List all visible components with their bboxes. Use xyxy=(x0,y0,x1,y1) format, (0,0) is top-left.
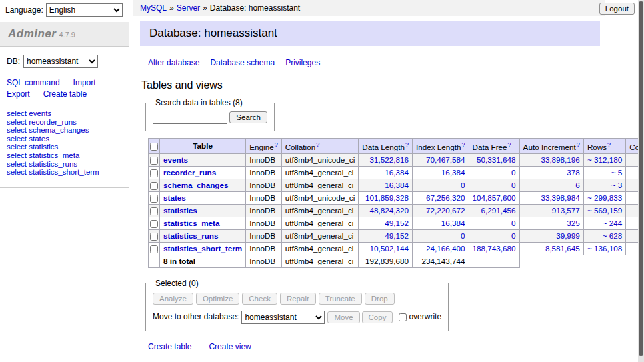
engine-cell: InnoDB xyxy=(246,191,281,204)
table-name-link[interactable]: statistics_short_term xyxy=(163,244,242,253)
sidebar-table-link[interactable]: select statistics xyxy=(7,143,122,151)
table-row: recorder_runsInnoDButf8mb4_general_ci16,… xyxy=(149,166,644,179)
engine-cell: InnoDB xyxy=(246,179,281,191)
search-button[interactable]: Search xyxy=(229,111,267,123)
total-name-cell: 8 in total xyxy=(160,255,246,267)
row-checkbox-cell xyxy=(149,179,160,191)
data-free-cell: 188,743,680 xyxy=(469,242,519,255)
engine-help-link[interactable]: ? xyxy=(275,141,278,148)
data-free-help-link[interactable]: ? xyxy=(508,141,511,148)
sidebar-table-link[interactable]: select statistics_short_term xyxy=(7,168,122,177)
vertical-scrollbar[interactable] xyxy=(638,0,644,362)
table-name-link[interactable]: statistics_runs xyxy=(163,231,219,240)
row-checkbox-cell xyxy=(149,229,160,242)
tables-and-views-heading: Tables and views xyxy=(141,79,615,91)
sidebar-table-link[interactable]: select recorder_runs xyxy=(7,118,122,127)
row-checkbox[interactable] xyxy=(150,195,158,203)
index-length-cell: 16,384 xyxy=(412,217,469,229)
create-table-sidebar-link[interactable]: Create table xyxy=(43,89,87,99)
copy-button[interactable]: Copy xyxy=(362,311,393,323)
language-select[interactable]: English xyxy=(46,3,123,17)
collation-cell: utf8mb4_general_ci xyxy=(281,242,359,255)
rows-cell: ~ 244 xyxy=(583,217,625,229)
header-data-length: Data Length? xyxy=(359,139,413,154)
data-length-cell: 101,859,328 xyxy=(359,191,413,204)
table-name-link[interactable]: statistics_meta xyxy=(163,219,219,227)
import-link[interactable]: Import xyxy=(73,78,96,87)
privileges-link[interactable]: Privileges xyxy=(285,58,320,67)
total-data-length-cell: 192,839,680 xyxy=(359,255,413,267)
index-length-help-link[interactable]: ? xyxy=(462,141,465,148)
export-link[interactable]: Export xyxy=(7,89,30,99)
selected-fieldset: Selected (0) AnalyzeOptimizeCheckRepairT… xyxy=(145,279,449,331)
adminer-logo[interactable]: Adminer xyxy=(8,27,56,40)
scrollbar-thumb[interactable] xyxy=(639,1,643,356)
language-label: Language: xyxy=(5,5,43,15)
engine-cell: InnoDB xyxy=(246,217,281,229)
select-all-checkbox[interactable] xyxy=(150,143,158,151)
row-checkbox[interactable] xyxy=(150,157,158,165)
create-table-bottom-link[interactable]: Create table xyxy=(148,342,191,351)
row-checkbox[interactable] xyxy=(150,207,158,215)
table-row: eventsInnoDButf8mb4_unicode_ci31,522,816… xyxy=(149,153,644,166)
language-bar: Language:English xyxy=(5,3,123,17)
total-check-cell xyxy=(149,255,160,267)
row-checkbox[interactable] xyxy=(150,233,158,241)
index-length-cell: 0 xyxy=(412,179,469,191)
data-free-cell: 0 xyxy=(469,166,519,179)
create-view-link[interactable]: Create view xyxy=(209,342,251,351)
db-select[interactable]: homeassistant xyxy=(23,55,98,68)
logout-button[interactable]: Logout xyxy=(599,3,635,15)
alter-database-link[interactable]: Alter database xyxy=(148,58,199,67)
sidebar-table-link[interactable]: select events xyxy=(7,109,122,118)
overwrite-checkbox[interactable] xyxy=(399,313,407,321)
table-name-link[interactable]: schema_changes xyxy=(163,181,228,189)
db-label: DB: xyxy=(7,57,20,66)
row-checkbox-cell xyxy=(149,242,160,255)
auto-increment-help-link[interactable]: ? xyxy=(577,141,580,148)
header-label-data-length: Data Length xyxy=(362,143,405,151)
rows-cell: ~ 5 xyxy=(583,166,625,179)
rows-help-link[interactable]: ? xyxy=(607,141,611,148)
row-checkbox[interactable] xyxy=(150,169,158,177)
sql-command-link[interactable]: SQL command xyxy=(7,78,60,87)
table-name-link[interactable]: events xyxy=(163,155,188,164)
sidebar-table-link[interactable]: select schema_changes xyxy=(7,126,122,135)
index-length-cell: 16,384 xyxy=(412,166,469,179)
table-row: schema_changesInnoDButf8mb4_general_ci16… xyxy=(149,179,644,191)
auto-increment-cell: 39,999 xyxy=(519,229,583,242)
move-db-select[interactable]: homeassistant xyxy=(241,311,325,324)
check-button[interactable]: Check xyxy=(242,293,277,305)
breadcrumb-current: Database: homeassistant xyxy=(210,3,300,13)
table-name-link[interactable]: recorder_runs xyxy=(163,168,216,177)
repair-button[interactable]: Repair xyxy=(280,293,316,305)
row-checkbox-cell xyxy=(149,217,160,229)
table-name-link[interactable]: states xyxy=(163,193,186,202)
row-checkbox[interactable] xyxy=(150,182,158,190)
data-length-help-link[interactable]: ? xyxy=(405,141,409,148)
data-length-cell: 49,152 xyxy=(359,229,413,242)
database-schema-link[interactable]: Database schema xyxy=(210,58,275,67)
breadcrumb-link-mysql[interactable]: MySQL xyxy=(140,3,167,13)
search-input[interactable] xyxy=(153,111,227,124)
breadcrumb-link-server[interactable]: Server xyxy=(177,3,200,13)
data-free-cell: 104,857,600 xyxy=(469,191,519,204)
row-checkbox-cell xyxy=(149,191,160,204)
collation-cell: utf8mb4_general_ci xyxy=(281,166,359,179)
sidebar-table-link[interactable]: select statistics_runs xyxy=(7,160,122,169)
table-name-cell: recorder_runs xyxy=(160,166,246,179)
collation-cell: utf8mb4_general_ci xyxy=(281,217,359,229)
move-button[interactable]: Move xyxy=(327,311,359,323)
table-name-link[interactable]: statistics xyxy=(163,206,197,215)
sidebar-table-link[interactable]: select statistics_meta xyxy=(7,151,122,160)
sidebar-table-link[interactable]: select states xyxy=(7,135,122,143)
analyze-button[interactable]: Analyze xyxy=(153,293,193,305)
header-auto-increment: Auto Increment? xyxy=(519,139,583,154)
row-checkbox[interactable] xyxy=(150,245,158,253)
row-checkbox[interactable] xyxy=(150,220,158,228)
drop-button[interactable]: Drop xyxy=(365,293,395,305)
truncate-button[interactable]: Truncate xyxy=(319,293,362,305)
optimize-button[interactable]: Optimize xyxy=(196,293,239,305)
collation-help-link[interactable]: ? xyxy=(316,141,319,148)
rows-cell: ~ 312,180 xyxy=(583,153,625,166)
